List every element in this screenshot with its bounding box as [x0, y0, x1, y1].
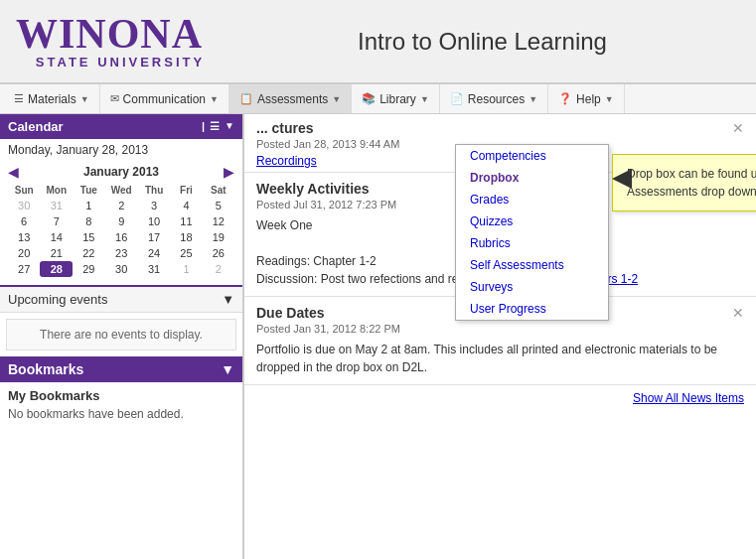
nav-materials[interactable]: ☰ Materials ▼ — [4, 84, 100, 113]
cal-day[interactable]: 23 — [105, 245, 138, 261]
menu-surveys[interactable]: Surveys — [456, 276, 608, 298]
cal-day[interactable]: 11 — [170, 213, 202, 229]
weekly-date: Posted Jul 31, 2012 7:23 PM — [256, 199, 396, 210]
cal-day[interactable]: 10 — [138, 213, 170, 229]
menu-quizzes[interactable]: Quizzes — [456, 210, 608, 232]
calendar-menu-icon[interactable]: ☰ — [210, 120, 220, 133]
cal-th-fri: Fri — [170, 183, 202, 198]
nav-resources[interactable]: 📄 Resources ▼ — [440, 84, 548, 113]
my-bookmarks-title: My Bookmarks — [8, 388, 234, 403]
cal-day[interactable]: 1 — [170, 261, 202, 277]
menu-grades[interactable]: Grades — [456, 189, 608, 210]
dropdown-pointer-arrow — [612, 169, 632, 189]
help-icon: ❓ — [558, 92, 572, 105]
cal-day[interactable]: 31 — [40, 198, 73, 213]
communication-icon: ✉ — [110, 92, 119, 105]
cal-day[interactable]: 25 — [170, 245, 202, 261]
cal-day[interactable]: 28 — [40, 261, 73, 277]
cal-day[interactable]: 31 — [138, 261, 170, 277]
sidebar: Calendar | ☰ ▼ Monday, January 28, 2013 … — [0, 114, 243, 559]
cal-th-wed: Wed — [105, 183, 138, 198]
menu-user-progress[interactable]: User Progress — [456, 298, 608, 320]
cal-day[interactable]: 12 — [203, 213, 234, 229]
cal-day[interactable]: 27 — [8, 261, 40, 277]
cal-day[interactable]: 20 — [8, 245, 40, 261]
lectures-ellipsis: ... — [256, 120, 272, 136]
cal-next-btn[interactable]: ▶ — [224, 164, 234, 180]
resources-icon: 📄 — [450, 92, 464, 105]
cal-day[interactable]: 2 — [203, 261, 234, 277]
menu-rubrics[interactable]: Rubrics — [456, 232, 608, 254]
menu-self-assessments[interactable]: Self Assessments — [456, 254, 608, 276]
cal-th-thu: Thu — [138, 183, 170, 198]
cal-day[interactable]: 14 — [40, 229, 73, 245]
bookmarks-label: Bookmarks — [8, 361, 83, 377]
lectures-link[interactable]: Recordings — [256, 154, 399, 168]
cal-day[interactable]: 22 — [73, 245, 104, 261]
cal-day[interactable]: 26 — [203, 245, 234, 261]
cal-th-tue: Tue — [73, 183, 104, 198]
assessments-dropdown-menu: Competencies Dropbox Grades Quizzes Rubr… — [455, 144, 609, 321]
cal-day[interactable]: 3 — [138, 198, 170, 213]
upcoming-events-arrow: ▼ — [222, 292, 234, 307]
no-bookmarks-message: No bookmarks have been added. — [8, 407, 234, 421]
cal-prev-btn[interactable]: ◀ — [8, 164, 19, 180]
cal-day[interactable]: 15 — [73, 229, 104, 245]
cal-th-sun: Sun — [8, 183, 40, 198]
due-dates-close-btn[interactable]: ✕ — [732, 305, 744, 321]
cal-day[interactable]: 16 — [105, 229, 138, 245]
cal-th-sat: Sat — [203, 183, 234, 198]
calendar-pipe-icon: | — [202, 120, 205, 133]
cal-day[interactable]: 18 — [170, 229, 202, 245]
cal-day[interactable]: 24 — [138, 245, 170, 261]
cal-day[interactable]: 19 — [203, 229, 234, 245]
main-layout: Calendar | ☰ ▼ Monday, January 28, 2013 … — [0, 114, 756, 559]
assessments-icon: 📋 — [239, 92, 253, 105]
upcoming-events-header[interactable]: Upcoming events ▼ — [0, 285, 242, 313]
mini-calendar: ◀ January 2013 ▶ Sun Mon Tue Wed Thu Fri… — [0, 161, 242, 285]
content-area: Competencies Dropbox Grades Quizzes Rubr… — [243, 114, 756, 559]
nav-assessments[interactable]: 📋 Assessments ▼ — [229, 84, 352, 113]
cal-day[interactable]: 4 — [170, 198, 202, 213]
show-all-link[interactable]: Show All News Items — [633, 391, 744, 405]
due-dates-title: Due Dates — [256, 305, 400, 321]
cal-day[interactable]: 30 — [105, 261, 138, 277]
cal-day[interactable]: 7 — [40, 213, 73, 229]
cal-day[interactable]: 5 — [203, 198, 234, 213]
bookmarks-body: My Bookmarks No bookmarks have been adde… — [0, 382, 242, 427]
menu-competencies[interactable]: Competencies — [456, 145, 608, 167]
mini-cal-header: ◀ January 2013 ▶ — [8, 165, 234, 179]
due-dates-date: Posted Jan 31, 2012 8:22 PM — [256, 323, 400, 335]
navbar: ☰ Materials ▼ ✉ Communication ▼ 📋 Assess… — [0, 84, 756, 114]
logo-state: STATE UNIVERSITY — [16, 55, 225, 70]
nav-communication[interactable]: ✉ Communication ▼ — [100, 84, 229, 113]
cal-day[interactable]: 30 — [8, 198, 40, 213]
cal-day[interactable]: 13 — [8, 229, 40, 245]
cal-day[interactable]: 17 — [138, 229, 170, 245]
lectures-title: ... ctures — [256, 120, 399, 136]
bookmarks-header[interactable]: Bookmarks ▼ — [0, 356, 242, 382]
nav-library[interactable]: 📚 Library ▼ — [352, 84, 440, 113]
cal-day[interactable]: 21 — [40, 245, 73, 261]
cal-day[interactable]: 8 — [73, 213, 104, 229]
lectures-close-btn[interactable]: ✕ — [732, 120, 744, 136]
upcoming-events-label: Upcoming events — [8, 292, 107, 307]
tooltip-text: Drop box can be found under the Assessme… — [627, 167, 756, 199]
menu-dropbox[interactable]: Dropbox — [456, 167, 608, 189]
calendar-header: Calendar | ☰ ▼ — [0, 114, 242, 139]
bookmarks-arrow: ▼ — [221, 361, 234, 377]
cal-day[interactable]: 1 — [73, 198, 104, 213]
cal-th-mon: Mon — [40, 183, 73, 198]
nav-help[interactable]: ❓ Help ▼ — [548, 84, 625, 113]
cal-day[interactable]: 6 — [8, 213, 40, 229]
calendar-day-label: Monday, January 28, 2013 — [0, 139, 242, 161]
cal-day[interactable]: 2 — [105, 198, 138, 213]
cal-day[interactable]: 9 — [105, 213, 138, 229]
library-icon: 📚 — [362, 92, 376, 105]
no-events-message: There are no events to display. — [6, 319, 236, 350]
cal-month-title: January 2013 — [83, 165, 159, 179]
cal-grid: Sun Mon Tue Wed Thu Fri Sat 303112345678… — [8, 183, 234, 277]
weekly-title: Weekly Activities — [256, 181, 396, 197]
cal-day[interactable]: 29 — [73, 261, 104, 277]
calendar-expand-icon[interactable]: ▼ — [225, 120, 234, 133]
